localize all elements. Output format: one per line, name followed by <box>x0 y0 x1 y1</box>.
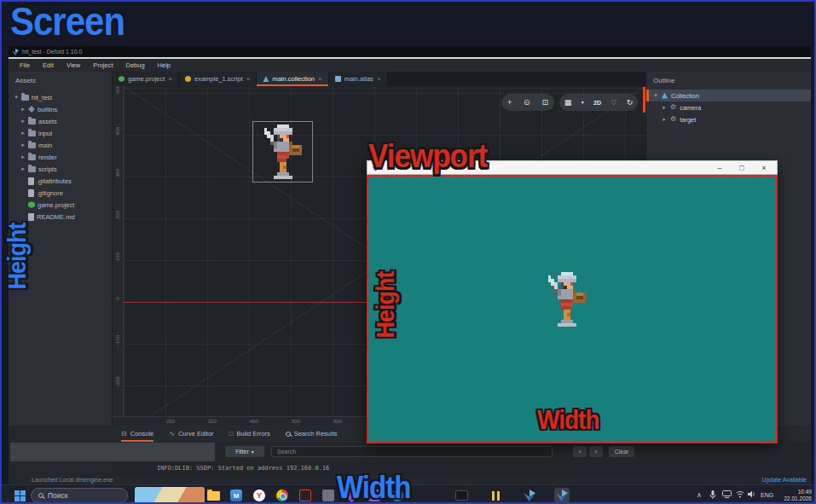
console-search-input[interactable] <box>271 446 553 457</box>
asset-tree-item-hit-test[interactable]: ▾ hit_test <box>9 91 112 103</box>
tab-search-results[interactable]: Search Results <box>286 426 338 442</box>
menu-debug[interactable]: Debug <box>126 61 145 69</box>
volume-icon[interactable] <box>748 490 756 498</box>
asset-tree-item-scripts[interactable]: ▸ scripts <box>9 163 112 175</box>
start-button[interactable] <box>12 488 27 503</box>
annotation-screen-width-label: Width <box>337 472 410 502</box>
assets-panel-title: Assets <box>9 72 112 84</box>
next-match-button[interactable]: › <box>589 446 603 457</box>
outline-item-camera[interactable]: ▸ ⚙ camera <box>646 101 811 113</box>
red-app-icon[interactable] <box>298 488 313 503</box>
asset-tree-item-main[interactable]: ▸ main <box>9 139 112 151</box>
folder-icon <box>21 95 29 101</box>
menu-bar: File Edit View Project Debug Help <box>9 59 811 72</box>
defold-taskbar-icon[interactable] <box>522 488 537 503</box>
outline-item-collection[interactable]: ▾ Collection <box>646 90 811 101</box>
menu-view[interactable]: View <box>67 61 80 69</box>
tab-example-1-script[interactable]: example_1.script × <box>179 72 257 86</box>
filter-icon[interactable]: ▽ <box>611 99 616 107</box>
rotate-tool-icon[interactable]: ⊙ <box>524 99 530 107</box>
build-errors-icon: □ <box>229 431 234 437</box>
weather-widget[interactable] <box>135 487 205 504</box>
tab-console[interactable]: ⊟ Console <box>121 426 153 442</box>
microphone-icon[interactable] <box>709 490 716 500</box>
clear-button[interactable]: Clear <box>609 446 634 457</box>
pause-app-icon[interactable] <box>488 488 503 503</box>
close-button[interactable]: × <box>753 161 775 176</box>
tab-build-errors[interactable]: □ Build Errors <box>229 426 270 442</box>
close-icon[interactable]: × <box>377 75 381 83</box>
chrome-icon[interactable] <box>275 488 290 503</box>
grid-icon[interactable]: ▦ <box>564 99 572 107</box>
asset-tree-item-render[interactable]: ▸ render <box>9 151 112 163</box>
file-explorer-icon[interactable] <box>205 488 221 503</box>
search-icon <box>38 493 43 498</box>
caret-right-icon[interactable]: ▸ <box>20 130 26 136</box>
atlas-icon <box>335 76 341 82</box>
caret-right-icon[interactable]: ▸ <box>20 118 26 125</box>
asset-tree-item-gitattributes[interactable]: .gitattributes <box>9 175 112 187</box>
caret-down-icon[interactable]: ▾ <box>653 92 658 99</box>
prev-match-button[interactable]: ‹ <box>573 446 587 457</box>
menu-edit[interactable]: Edit <box>43 61 54 69</box>
defold-app-icon <box>12 49 19 55</box>
filter-dropdown[interactable]: Filter ▾ <box>225 446 264 457</box>
mail-icon[interactable]: M <box>229 488 244 503</box>
changed-files-panel[interactable] <box>10 443 215 461</box>
caret-down-icon[interactable]: ▾ <box>14 94 19 101</box>
projection-2d-toggle[interactable]: 2D <box>593 100 601 106</box>
asset-tree-item-input[interactable]: ▸ input <box>9 127 112 139</box>
scale-tool-icon[interactable]: ⊡ <box>542 99 549 107</box>
tab-main-atlas[interactable]: main.atlas × <box>329 72 388 86</box>
menu-project[interactable]: Project <box>93 61 113 69</box>
knight-sprite[interactable] <box>261 125 305 179</box>
asset-tree-item-assets[interactable]: ▸ assets <box>9 115 112 127</box>
screenshot-app-icon[interactable] <box>454 488 469 503</box>
annotation-viewport-width-label: Width <box>537 408 599 434</box>
close-icon[interactable]: × <box>246 75 251 83</box>
add-icon[interactable]: + <box>507 99 512 107</box>
yandex-browser-icon[interactable]: Y <box>252 488 267 503</box>
asset-tree-item-gitignore[interactable]: .gitignore <box>9 187 112 199</box>
window-titlebar[interactable]: hit_test - Defold 1.10.0 <box>9 46 811 57</box>
annotation-screen-label: Screen <box>10 1 124 41</box>
editor-tab-bar: game.project × example_1.script × main.c… <box>113 72 645 86</box>
close-icon[interactable]: × <box>318 75 322 83</box>
menu-file[interactable]: File <box>20 61 30 69</box>
refresh-icon[interactable]: ↻ <box>627 99 634 107</box>
defold-logo-icon <box>524 490 535 501</box>
display-icon[interactable] <box>722 490 732 498</box>
game-window-controls: – □ × <box>709 161 775 176</box>
collection-icon <box>263 76 269 82</box>
caret-right-icon[interactable]: ▸ <box>662 104 667 111</box>
tab-game-project[interactable]: game.project × <box>113 72 179 86</box>
language-indicator[interactable]: ENG <box>761 492 773 498</box>
tab-curve-editor[interactable]: ∿ Curve Editor <box>169 426 213 442</box>
gray-app-icon[interactable] <box>321 488 336 503</box>
chevron-up-icon[interactable]: ∧ <box>697 490 702 500</box>
chevron-down-icon[interactable]: ▾ <box>582 100 584 105</box>
taskbar-search-input[interactable] <box>48 491 116 500</box>
caret-right-icon[interactable]: ▸ <box>662 116 667 123</box>
tab-main-collection[interactable]: main.collection × <box>257 72 328 86</box>
update-available-link[interactable]: Update Available <box>762 477 807 483</box>
caret-right-icon[interactable]: ▸ <box>20 154 26 160</box>
menu-help[interactable]: Help <box>158 61 171 69</box>
minimize-button[interactable]: – <box>709 161 731 176</box>
defold-active-taskbar-icon[interactable] <box>554 488 570 503</box>
taskbar-search[interactable] <box>31 488 128 503</box>
caret-right-icon[interactable]: ▸ <box>20 106 26 113</box>
game-window: – □ × <box>367 160 778 443</box>
maximize-button[interactable]: □ <box>731 161 753 176</box>
caret-right-icon[interactable]: ▸ <box>20 165 26 172</box>
console-icon: ⊟ <box>121 431 127 437</box>
outline-item-target[interactable]: ▸ ⚙ target <box>646 113 811 125</box>
network-icon[interactable] <box>736 490 744 498</box>
caret-right-icon[interactable]: ▸ <box>20 142 26 148</box>
close-icon[interactable]: × <box>168 75 172 83</box>
clock[interactable]: 10:49 22.01.2026 <box>779 489 812 503</box>
folder-icon <box>28 130 36 136</box>
asset-tree-item-game-project[interactable]: game.project <box>9 199 112 211</box>
gear-icon: ⚙ <box>670 116 676 123</box>
asset-tree-item-builtins[interactable]: ▸ builtins <box>9 103 112 115</box>
